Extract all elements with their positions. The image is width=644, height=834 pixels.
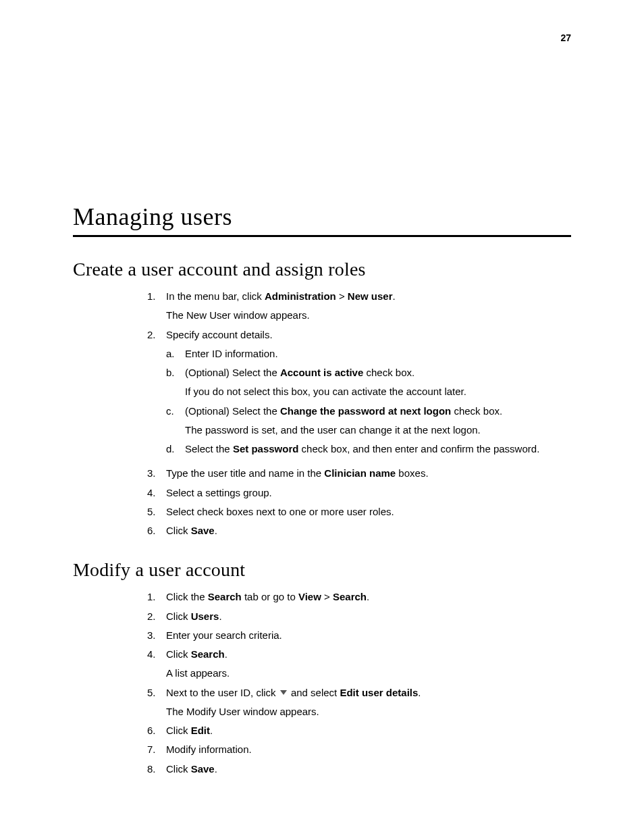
- page-title: Managing users: [73, 203, 571, 237]
- bold-text: Search: [333, 591, 367, 602]
- step-body: Click Save.: [166, 762, 571, 776]
- text: Specify account details.: [166, 329, 273, 340]
- text: >: [336, 290, 348, 302]
- step-number: 3.: [147, 467, 166, 480]
- text: Click: [166, 648, 191, 660]
- step-number: 5.: [147, 505, 166, 519]
- step-body: Select a settings group.: [166, 486, 571, 500]
- text: Click the: [166, 591, 208, 602]
- step-body: Select check boxes next to one or more u…: [166, 505, 571, 519]
- step-number: 6.: [147, 724, 166, 737]
- step-body: Specify account details. a. Enter ID inf…: [166, 328, 571, 462]
- step-2: 2. Click Users.: [147, 610, 571, 623]
- substeps: a. Enter ID information. b. (Optional) S…: [166, 347, 571, 457]
- bold-text: Clinician name: [324, 467, 396, 479]
- steps-modify: 1. Click the Search tab or go to View > …: [147, 590, 571, 776]
- bold-text: Save: [191, 763, 215, 775]
- section-heading-create: Create a user account and assign roles: [73, 259, 571, 280]
- step-3: 3. Enter your search criteria.: [147, 629, 571, 642]
- step-body: Enter your search criteria.: [166, 629, 571, 642]
- text: .: [367, 591, 369, 602]
- text: (Optional) Select the: [185, 405, 280, 417]
- text: .: [219, 610, 221, 622]
- step-body: Click the Search tab or go to View > Sea…: [166, 590, 571, 604]
- step-4: 4. Click Search. A list appears.: [147, 648, 571, 681]
- step-number: 4.: [147, 648, 166, 681]
- step-6: 6. Click Save.: [147, 524, 571, 538]
- step-6: 6. Click Edit.: [147, 724, 571, 737]
- step-body: Click Edit.: [166, 724, 571, 737]
- step-number: 1.: [147, 590, 166, 604]
- text: Next to the user ID, click: [166, 687, 279, 698]
- substep-c: c. (Optional) Select the Change the pass…: [166, 405, 571, 438]
- bold-text: Search: [208, 591, 242, 602]
- text: boxes.: [396, 467, 428, 479]
- step-body: Modify information.: [166, 743, 571, 756]
- step-1: 1. Click the Search tab or go to View > …: [147, 590, 571, 604]
- step-body: Next to the user ID, click and select Ed…: [166, 686, 571, 719]
- substep-follow: If you do not select this box, you can a…: [185, 385, 571, 398]
- step-2: 2. Specify account details. a. Enter ID …: [147, 328, 571, 462]
- step-follow: The Modify User window appears.: [166, 705, 571, 719]
- text: check box.: [363, 367, 414, 378]
- step-number: 5.: [147, 686, 166, 719]
- text: .: [215, 763, 217, 775]
- substep-number: b.: [166, 366, 185, 399]
- substep-body: (Optional) Select the Account is active …: [185, 366, 571, 399]
- step-number: 2.: [147, 610, 166, 623]
- text: check box, and then enter and confirm th…: [298, 443, 539, 454]
- bold-text: Users: [191, 610, 219, 622]
- text: Click: [166, 525, 191, 536]
- substep-body: Enter ID information.: [185, 347, 571, 361]
- step-7: 7. Modify information.: [147, 743, 571, 756]
- bold-text: Account is active: [280, 367, 363, 378]
- page-content: 27 Managing users Create a user account …: [0, 0, 644, 815]
- step-number: 3.: [147, 629, 166, 642]
- substep-number: d.: [166, 442, 185, 456]
- step-number: 6.: [147, 524, 166, 538]
- text: .: [393, 290, 396, 302]
- steps-create: 1. In the menu bar, click Administration…: [147, 290, 571, 538]
- text: .: [210, 725, 213, 736]
- bold-text: View: [298, 591, 321, 602]
- text: Click: [166, 610, 191, 622]
- substep-body: (Optional) Select the Change the passwor…: [185, 405, 571, 438]
- substep-body: Select the Set password check box, and t…: [185, 442, 571, 456]
- bold-text: Set password: [233, 443, 299, 454]
- bold-text: Change the password at next logon: [280, 405, 451, 417]
- bold-text: Search: [191, 648, 225, 660]
- substep-d: d. Select the Set password check box, an…: [166, 442, 571, 456]
- text: (Optional) Select the: [185, 367, 280, 378]
- step-follow: A list appears.: [166, 667, 571, 680]
- text: Type the user title and name in the: [166, 467, 324, 479]
- text: and select: [288, 687, 340, 698]
- step-number: 1.: [147, 290, 166, 323]
- bold-text: Save: [191, 525, 215, 536]
- text: check box.: [451, 405, 502, 417]
- page-number: 27: [560, 32, 571, 43]
- bold-text: Administration: [265, 290, 336, 302]
- step-8: 8. Click Save.: [147, 762, 571, 776]
- text: Click: [166, 725, 191, 736]
- bold-text: Edit: [191, 725, 210, 736]
- step-4: 4. Select a settings group.: [147, 486, 571, 500]
- step-number: 2.: [147, 328, 166, 462]
- substep-number: c.: [166, 405, 185, 438]
- step-follow: The New User window appears.: [166, 309, 571, 322]
- step-3: 3. Type the user title and name in the C…: [147, 467, 571, 480]
- bold-text: Edit user details: [340, 687, 418, 698]
- substep-follow: The password is set, and the user can ch…: [185, 423, 571, 437]
- text: >: [321, 591, 333, 602]
- text: Select the: [185, 443, 233, 454]
- substep-number: a.: [166, 347, 185, 361]
- step-5: 5. Next to the user ID, click and select…: [147, 686, 571, 719]
- text: tab or go to: [242, 591, 298, 602]
- step-body: Click Search. A list appears.: [166, 648, 571, 681]
- step-number: 8.: [147, 762, 166, 776]
- substep-a: a. Enter ID information.: [166, 347, 571, 361]
- step-1: 1. In the menu bar, click Administration…: [147, 290, 571, 323]
- substep-b: b. (Optional) Select the Account is acti…: [166, 366, 571, 399]
- step-number: 4.: [147, 486, 166, 500]
- text: In the menu bar, click: [166, 290, 265, 302]
- section-heading-modify: Modify a user account: [73, 559, 571, 581]
